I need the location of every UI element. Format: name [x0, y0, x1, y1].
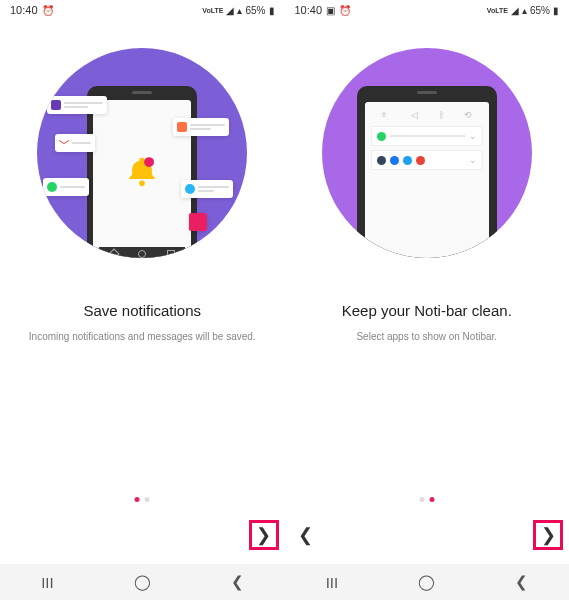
wifi-icon: ᯤ — [381, 110, 390, 120]
page-indicator — [419, 497, 434, 502]
status-bar: 10:40 ▣ ⏰ VoLTE ◢ ▴ 65% ▮ — [285, 0, 570, 20]
chevron-right-icon: ❯ — [541, 524, 556, 546]
signal-icon: ▴ — [237, 5, 242, 16]
battery-text: 65% — [530, 5, 550, 16]
page-indicator — [135, 497, 150, 502]
wifi-icon: ◢ — [226, 5, 234, 16]
onboarding-screen-1: 10:40 ⏰ VoLTE ◢ ▴ 65% ▮ — [0, 0, 285, 600]
pink-square-icon — [189, 213, 207, 231]
page-dot — [419, 497, 424, 502]
wifi-icon: ◢ — [511, 5, 519, 16]
bluetooth-icon: ᛒ — [439, 110, 444, 120]
signal-icon: ▴ — [522, 5, 527, 16]
notification-row: ⌄ — [371, 150, 483, 170]
alarm-icon: ⏰ — [42, 5, 54, 16]
volte-icon: VoLTE — [202, 7, 223, 14]
page-dot — [145, 497, 150, 502]
alarm-icon: ⏰ — [339, 5, 351, 16]
next-button[interactable]: ❯ — [249, 520, 279, 550]
gmail-icon — [416, 156, 425, 165]
back-button[interactable]: ❮ — [217, 573, 257, 591]
sound-icon: ◁ — [411, 110, 418, 120]
onboarding-subtitle: Select apps to show on Notibar. — [285, 331, 570, 342]
chevron-left-icon: ❮ — [298, 524, 313, 546]
facebook-icon — [390, 156, 399, 165]
gmail-icon — [59, 138, 69, 148]
phone-nav-bar — [99, 247, 185, 258]
status-time: 10:40 — [295, 4, 323, 16]
notification-row: ⌄ — [371, 126, 483, 146]
onboarding-title: Save notifications — [0, 302, 285, 319]
system-nav-bar: III ◯ ❮ — [0, 564, 285, 600]
purple-square-icon — [51, 100, 61, 110]
battery-text: 65% — [245, 5, 265, 16]
tumblr-icon — [377, 156, 386, 165]
prev-button[interactable]: ❮ — [291, 520, 321, 550]
whatsapp-icon — [47, 182, 57, 192]
bell-icon — [125, 155, 159, 189]
next-button[interactable]: ❯ — [533, 520, 563, 550]
svg-point-1 — [144, 158, 154, 168]
recents-button[interactable]: III — [27, 574, 67, 591]
notification-card — [189, 213, 207, 231]
volte-icon: VoLTE — [487, 7, 508, 14]
battery-icon: ▮ — [269, 5, 275, 16]
home-button[interactable]: ◯ — [122, 573, 162, 591]
status-bar: 10:40 ⏰ VoLTE ◢ ▴ 65% ▮ — [0, 0, 285, 20]
notification-card — [173, 118, 229, 136]
phone-mockup: ᯤ ◁ ᛒ ⟲ ⌄ — [357, 86, 497, 258]
image-icon: ▣ — [326, 5, 335, 16]
status-time: 10:40 — [10, 4, 38, 16]
page-dot — [429, 497, 434, 502]
onboarding-screen-2: 10:40 ▣ ⏰ VoLTE ◢ ▴ 65% ▮ ᯤ ◁ ᛒ ⟲ — [285, 0, 570, 600]
twitter-icon — [403, 156, 412, 165]
svg-point-0 — [139, 181, 145, 187]
system-nav-bar: III ◯ ❮ — [285, 564, 570, 600]
chevron-right-icon: ❯ — [256, 524, 271, 546]
onboarding-title: Keep your Noti-bar clean. — [285, 302, 570, 319]
orange-square-icon — [177, 122, 187, 132]
onboarding-subtitle: Incoming notifications and messages will… — [0, 331, 285, 342]
whatsapp-icon — [377, 132, 386, 141]
notification-card — [47, 96, 107, 114]
hero-illustration: ᯤ ◁ ᛒ ⟲ ⌄ — [285, 48, 570, 258]
page-dot — [135, 497, 140, 502]
recents-button[interactable]: III — [312, 574, 352, 591]
telegram-icon — [185, 184, 195, 194]
rotate-icon: ⟲ — [464, 110, 472, 120]
notification-card — [181, 180, 233, 198]
chevron-down-icon: ⌄ — [469, 155, 477, 165]
quick-settings-row: ᯤ ◁ ᛒ ⟲ — [371, 108, 483, 122]
battery-icon: ▮ — [553, 5, 559, 16]
hero-illustration — [0, 48, 285, 258]
notification-card — [55, 134, 95, 152]
back-button[interactable]: ❮ — [502, 573, 542, 591]
chevron-down-icon: ⌄ — [469, 131, 477, 141]
notification-card — [43, 178, 89, 196]
home-button[interactable]: ◯ — [407, 573, 447, 591]
